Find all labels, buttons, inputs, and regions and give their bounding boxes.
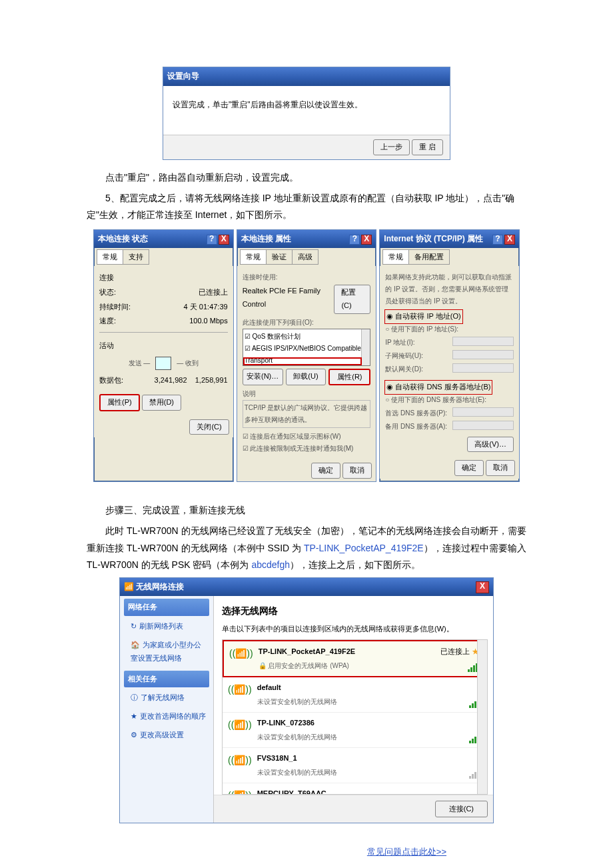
signal-icon: ((📶)) [228,681,252,698]
tab-alt[interactable]: 备用配置 [408,249,450,265]
wizard-message: 设置完成，单击"重启"后路由器将重启以使设置生效。 [173,100,362,109]
components-list[interactable]: QoS 数据包计划 AEGIS IPS/IPX/NetBIOS Compatib… [243,329,371,366]
network-subtitle: 未设置安全机制的无线网络 [257,731,482,743]
help-icon[interactable]: ? [207,235,217,245]
radio-auto-dns[interactable]: 自动获得 DNS 服务器地址(B) [385,381,492,394]
signal-icon: ((📶)) [229,645,253,662]
gw-field [452,363,514,373]
advanced-button[interactable]: 高级(V)… [467,437,514,453]
ip-label: IP 地址(I): [385,337,414,349]
help-icon[interactable]: ? [492,235,503,245]
sent-label: 发送 — [129,357,151,369]
home-icon: 🏠 [131,641,140,649]
star-icon: ★ [131,712,137,720]
help-icon[interactable]: ? [349,235,360,245]
lan-prop-title: 本地连接 属性 [241,232,291,247]
sidebar-group-related: 相关任务 [124,671,209,688]
psk-text: abcdefgh [251,559,290,570]
network-item[interactable]: ((📶))default未设置安全机制的无线网络 [223,677,487,713]
tab-support[interactable]: 支持 [123,249,149,265]
ok-button[interactable]: 确定 [454,460,484,476]
install-button[interactable]: 安装(N)… [243,369,283,386]
tcpip-hint: 如果网络支持此功能，则可以获取自动指派的 IP 设置。否则，您需要从网络系统管理… [385,271,514,307]
tab-advanced[interactable]: 高级 [292,249,318,265]
dns2-label: 备用 DNS 服务器(A): [385,421,447,433]
network-name: FVS318N_1 [257,752,482,765]
list-item[interactable]: QoS 数据包计划 [245,331,369,343]
signal-icon: ((📶)) [228,787,252,795]
recv-label: — 收到 [177,357,199,369]
sidebar-link-refresh[interactable]: ↻刷新网络列表 [120,617,213,636]
antenna-icon: 📶 [124,582,136,591]
network-name: MERCURY_T69AAC [257,787,482,795]
setup-wizard-dialog: 设置向导 设置完成，单击"重启"后路由器将重启以使设置生效。 上一步 重 启 [163,67,450,160]
scrollbar[interactable] [361,329,370,365]
back-button[interactable]: 上一步 [373,139,410,155]
duration-value: 4 天 01:47:39 [184,301,228,314]
sidebar-group-tasks: 网络任务 [124,599,209,616]
paragraph-reboot-note: 点击"重启"，路由器自动重新启动，设置完成。 [87,169,526,186]
wlan-sidebar: 网络任务 ↻刷新网络列表 🏠为家庭或小型办公室设置无线网络 相关任务 ⓘ了解无线… [120,596,214,823]
close-button[interactable]: 关闭(C) [189,419,229,435]
wlan-title: 无线网络连接 [136,582,184,591]
uninstall-button[interactable]: 卸载(U) [286,369,326,386]
desc-label: 说明 [243,388,371,400]
paragraph-step5: 5、配置完成之后，请将无线网络连接 IP 地址重新设置成原有的配置（自动获取 I… [87,190,526,223]
radio-auto-ip[interactable]: 自动获得 IP 地址(O) [385,310,462,323]
section-activity: 活动 [99,339,228,353]
network-list: ((📶))TP-LINK_PocketAP_419F2E启用安全的无线网络 (W… [222,639,488,794]
gw-label: 默认网关(D): [385,363,423,375]
ssid-text: TP-LINK_PocketAP_419F2E [304,543,424,553]
item-properties-button[interactable]: 属性(R) [328,369,370,386]
cancel-button[interactable]: 取消 [342,463,372,479]
connect-button[interactable]: 连接(C) [435,801,488,818]
chk-notify[interactable]: 此连接被限制或无连接时通知我(M) [250,445,353,452]
scrollbar[interactable] [477,640,487,793]
tcpip-dialog: Internet 协议 (TCP/IP) 属性 ?X 常规备用配置 如果网络支持… [379,229,520,483]
mask-label: 子网掩码(U): [385,350,423,362]
close-icon[interactable]: X [476,581,489,593]
sidebar-link-setup[interactable]: 🏠为家庭或小型办公室设置无线网络 [120,636,213,668]
close-icon[interactable]: X [219,235,229,245]
ok-button[interactable]: 确定 [311,463,340,479]
sidebar-link-advanced[interactable]: ⚙更改高级设置 [120,726,213,745]
status-tabs: 常规支持 [94,248,233,266]
network-item[interactable]: ((📶))TP-LINK_PocketAP_419F2E启用安全的无线网络 (W… [223,640,487,677]
adapter-name: Realtek PCIe FE Family Control [243,285,334,314]
disable-button[interactable]: 禁用(D) [142,395,181,411]
faq-link-row: 常见问题点击此处>> [87,843,446,860]
wizard-body: 设置完成，单击"重启"后路由器将重启以使设置生效。 [163,86,450,135]
tab-general[interactable]: 常规 [97,249,123,265]
chk-tray[interactable]: 连接后在通知区域显示图标(W) [250,433,340,440]
network-item[interactable]: ((📶))MERCURY_T69AAC启用安全的无线网络 (WPA) [223,783,487,795]
state-value: 已连接上 [199,286,228,299]
close-icon[interactable]: X [504,235,515,245]
use-label: 连接时使用: [243,271,371,283]
reboot-button[interactable]: 重 启 [412,139,443,155]
dns2-field [452,421,514,430]
tab-general[interactable]: 常规 [240,249,267,265]
radio-manual-ip[interactable]: 使用下面的 IP 地址(S): [385,323,514,335]
radio-manual-dns[interactable]: 使用下面的 DNS 服务器地址(E): [385,394,514,406]
properties-button[interactable]: 属性(P) [99,394,140,411]
speed-label: 速度: [99,315,116,328]
tab-auth[interactable]: 验证 [266,249,293,265]
faq-link[interactable]: 常见问题点击此处>> [367,847,446,857]
configure-button[interactable]: 配置(C) [334,285,370,314]
info-icon: ⓘ [131,693,138,701]
sent-value: 3,241,982 [155,376,187,384]
sidebar-link-order[interactable]: ★更改首选网络的顺序 [120,707,213,726]
cancel-button[interactable]: 取消 [486,460,515,476]
desc-text: TCP/IP 是默认的广域网协议。它提供跨越多种互联网络的通讯。 [243,400,371,428]
close-icon[interactable]: X [361,235,372,245]
wizard-title: 设置向导 [167,69,199,84]
wizard-titlebar: 设置向导 [163,67,450,86]
network-item[interactable]: ((📶))TP-LINK_072386未设置安全机制的无线网络 [223,713,487,748]
sidebar-link-learn[interactable]: ⓘ了解无线网络 [120,689,213,707]
state-label: 状态: [99,286,116,299]
tab-general[interactable]: 常规 [382,249,409,265]
items-label: 此连接使用下列项目(O): [243,317,371,329]
network-subtitle: 启用安全的无线网络 (WPA) [259,660,480,672]
mask-field [452,350,514,359]
network-item[interactable]: ((📶))FVS318N_1未设置安全机制的无线网络 [223,748,487,783]
